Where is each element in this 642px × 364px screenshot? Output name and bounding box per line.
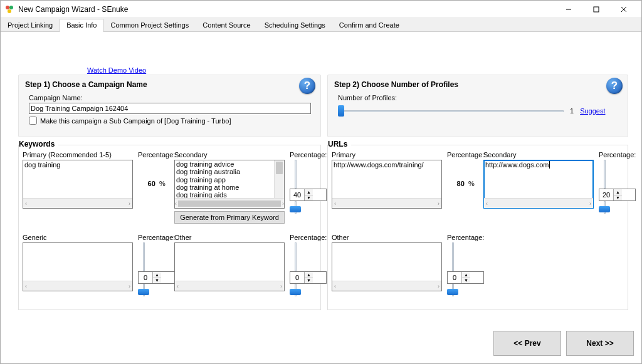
svg-point-2 [8,9,11,13]
urls-other-slider[interactable] [447,242,458,271]
svg-point-0 [6,6,9,9]
urls-other-label: Other [332,234,442,241]
next-button[interactable]: Next >> [566,331,634,356]
keywords-generic-label: Generic [23,234,133,241]
help-icon[interactable]: ? [299,78,315,94]
urls-secondary-spinner[interactable]: ▲▼ [599,189,636,201]
profiles-label: Number of Profiles: [338,94,618,101]
tab-content-source[interactable]: Content Source [196,19,257,32]
subcampaign-checkbox[interactable] [29,117,37,125]
keywords-other-slider[interactable] [290,242,301,271]
spin-down[interactable]: ▼ [153,278,161,284]
step1-panel: Step 1) Choose a Campaign Name ? Campaig… [18,75,321,137]
maximize-button[interactable] [582,1,610,18]
keywords-primary-textarea[interactable]: dog training ‹› [23,160,133,209]
close-icon [621,6,627,13]
urls-secondary-textarea[interactable]: http://www.dogs.com ‹› [483,160,594,209]
urls-other-pct-label: Percentage: [447,234,484,241]
list-item[interactable]: dog training advice [176,160,283,168]
profiles-value: 1 [570,107,574,115]
scrollbar[interactable]: ‹› [175,198,284,208]
keywords-generic-textarea[interactable]: ‹› [23,242,133,291]
profiles-slider[interactable] [338,105,564,117]
scrollbar[interactable]: ‹› [332,281,441,291]
urls-primary-pct-label: Percentage: [447,151,484,159]
keywords-primary-label: Primary (Recommended 1-5) [23,151,133,159]
keywords-secondary-pct-label: Percentage: [290,151,327,159]
spin-up[interactable]: ▲ [305,189,313,195]
help-icon[interactable]: ? [606,78,623,94]
campaign-name-input[interactable] [29,103,311,114]
keywords-primary-pct: 60 % [138,180,175,187]
urls-primary-textarea[interactable]: http://www.dogs.com/training/ ‹› [332,160,442,209]
urls-secondary-value: http://www.dogs.com [485,161,549,169]
svg-point-1 [9,6,13,9]
spin-up[interactable]: ▲ [153,272,161,278]
urls-secondary-slider-bottom[interactable] [599,201,610,214]
list-item[interactable]: dog training app [176,176,283,184]
keywords-other-textarea[interactable]: ‹› [174,242,285,291]
tab-basic-info[interactable]: Basic Info [60,19,103,32]
keywords-other-slider-bottom[interactable] [290,284,301,296]
keywords-secondary-listbox[interactable]: dog training advice dog training austral… [174,160,285,209]
urls-secondary-slider[interactable] [599,160,610,189]
spin-up[interactable]: ▲ [614,189,622,195]
keywords-generic-pct-label: Percentage: [138,234,175,241]
spin-down[interactable]: ▼ [305,278,313,284]
titlebar: New Campaign Wizard - SEnuke [1,1,641,18]
scrollbar[interactable]: ‹› [484,198,593,208]
keywords-other-pct-input[interactable] [290,272,304,283]
urls-other-pct-input[interactable] [448,272,461,283]
step2-title: Step 2) Choose Number of Profiles [328,75,628,91]
close-button[interactable] [610,1,638,18]
tab-common-project-settings[interactable]: Common Project Settings [103,19,196,32]
prev-button[interactable]: << Prev [493,331,561,356]
scrollbar[interactable] [274,160,284,198]
spin-down[interactable]: ▼ [462,278,470,284]
urls-primary-value: http://www.dogs.com/training/ [334,161,424,169]
keywords-generic-slider-bottom[interactable] [138,284,149,296]
scrollbar[interactable]: ‹› [332,198,441,208]
scrollbar[interactable]: ‹› [23,281,132,291]
keywords-secondary-spinner[interactable]: ▲▼ [290,189,327,201]
scrollbar[interactable]: ‹› [175,281,284,291]
spin-up[interactable]: ▲ [305,272,313,278]
watch-demo-link[interactable]: Watch Demo Video [87,66,146,74]
urls-primary-label: Primary [332,151,442,159]
tab-scheduling-settings[interactable]: Scheduling Settings [258,19,332,32]
tab-project-linking[interactable]: Project Linking [1,19,60,32]
list-item[interactable]: dog training at home [176,184,283,191]
keywords-secondary-label: Secondary [174,151,285,159]
keywords-other-pct-label: Percentage: [290,234,327,241]
keywords-generic-pct-input[interactable] [139,272,152,283]
urls-group-title: URLs [328,140,351,148]
suggest-link[interactable]: Suggest [580,107,605,115]
tabstrip: Project Linking Basic Info Common Projec… [1,18,641,32]
spin-up[interactable]: ▲ [462,272,470,278]
keywords-secondary-slider[interactable] [290,160,301,189]
window-title: New Campaign Wizard - SEnuke [18,5,555,14]
keywords-secondary-pct-input[interactable] [290,189,304,200]
keywords-primary-pct-label: Percentage: [138,151,175,159]
step1-title: Step 1) Choose a Campaign Name [19,75,320,91]
urls-other-slider-bottom[interactable] [447,284,458,296]
scrollbar[interactable]: ‹› [23,198,132,208]
keywords-other-spinner[interactable]: ▲▼ [290,271,327,284]
campaign-name-label: Campaign Name: [29,94,310,101]
spin-down[interactable]: ▼ [614,195,622,201]
urls-other-textarea[interactable]: ‹› [332,242,442,291]
urls-secondary-pct-label: Percentage: [599,151,636,159]
spin-down[interactable]: ▼ [305,195,313,201]
keywords-primary-value: dog training [24,161,61,169]
urls-other-spinner[interactable]: ▲▼ [447,271,484,284]
minimize-icon [566,6,572,13]
keywords-generic-spinner[interactable]: ▲▼ [138,271,175,284]
generate-keywords-button[interactable]: Generate from Primary Keyword [174,211,285,224]
tab-confirm-and-create[interactable]: Confirm and Create [332,19,406,32]
minimize-button[interactable] [555,1,582,18]
step2-panel: Step 2) Choose Number of Profiles ? Numb… [327,75,628,137]
urls-secondary-pct-input[interactable] [599,189,613,200]
keywords-generic-slider[interactable] [138,242,149,271]
keywords-secondary-slider-bottom[interactable] [290,201,301,214]
list-item[interactable]: dog training australia [176,168,283,175]
